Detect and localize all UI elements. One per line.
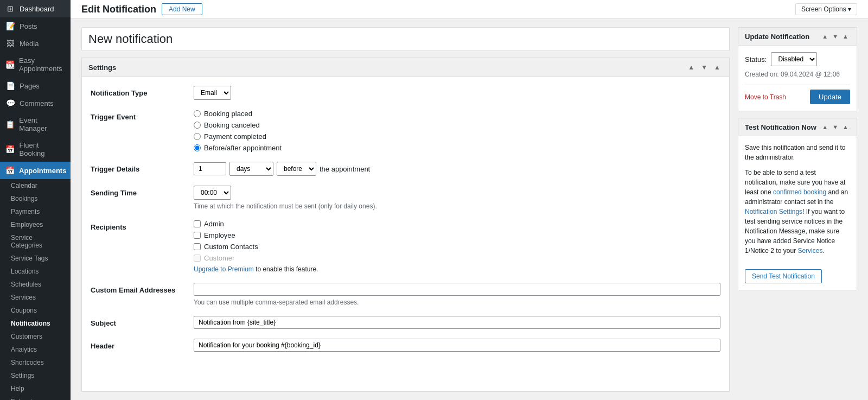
notification-type-select[interactable]: Email SMS xyxy=(194,86,231,100)
panel-collapse-down-btn[interactable]: ▼ xyxy=(699,62,710,72)
appointments-icon: 📅 xyxy=(5,166,15,175)
main-content: Edit Notification Add New Screen Options… xyxy=(71,0,868,400)
services-link[interactable]: Services xyxy=(797,247,822,255)
status-select[interactable]: Enabled Disabled xyxy=(771,52,817,66)
sidebar-item-service-tags[interactable]: Service Tags xyxy=(0,252,71,265)
notification-type-control: Email SMS xyxy=(194,86,720,100)
sidebar-item-employees[interactable]: Employees xyxy=(0,218,71,231)
payment-completed-radio[interactable] xyxy=(194,133,201,140)
sidebar-item-analytics[interactable]: Analytics xyxy=(0,343,71,356)
sending-time-control: 00:00 01:00 02:00 06:00 08:00 12:00 Time… xyxy=(194,186,720,210)
test-collapse-down-btn[interactable]: ▼ xyxy=(831,123,840,131)
test-description-2: To be able to send a test notification, … xyxy=(745,168,850,256)
update-toggle-btn[interactable]: ▲ xyxy=(841,32,850,41)
trigger-unit-select[interactable]: minutes hours days weeks xyxy=(229,162,273,176)
trigger-event-label: Trigger Event xyxy=(91,110,194,121)
right-sidebar: Update Notification ▲ ▼ ▲ Status: Enable… xyxy=(738,27,857,392)
sidebar: ⊞ Dashboard 📝 Posts 🖼 Media 📆 Easy Appoi… xyxy=(0,0,71,400)
sidebar-item-fluent-booking[interactable]: 📅 Fluent Booking xyxy=(0,137,71,162)
recipients-label: Recipients xyxy=(91,220,194,231)
recipient-custom-contacts[interactable]: Custom Contacts xyxy=(194,243,720,251)
update-notification-controls: ▲ ▼ ▲ xyxy=(820,32,850,41)
sidebar-item-easy-appointments[interactable]: 📆 Easy Appointments xyxy=(0,52,71,77)
booking-canceled-radio[interactable] xyxy=(194,122,201,129)
sidebar-item-posts[interactable]: 📝 Posts xyxy=(0,17,71,35)
sidebar-item-services[interactable]: Services xyxy=(0,291,71,304)
recipients-checkbox-group: Admin Employee Custom Contacts xyxy=(194,220,720,273)
sending-time-select[interactable]: 00:00 01:00 02:00 06:00 08:00 12:00 xyxy=(194,186,231,200)
subject-control xyxy=(194,316,720,329)
sidebar-item-payments[interactable]: Payments xyxy=(0,205,71,218)
test-notification-controls: ▲ ▼ ▲ xyxy=(820,123,850,131)
notification-title-input[interactable] xyxy=(81,27,730,51)
confirmed-booking-link[interactable]: confirmed booking xyxy=(773,188,826,196)
test-notification-body: Save this notification and send it to th… xyxy=(738,136,857,290)
upgrade-premium-text: Upgrade to Premium to enable this featur… xyxy=(194,265,720,273)
sidebar-item-calendar[interactable]: Calendar xyxy=(0,179,71,192)
trigger-timing-select[interactable]: before after xyxy=(277,162,316,176)
trigger-booking-canceled[interactable]: Booking canceled xyxy=(194,121,720,129)
custom-email-input[interactable] xyxy=(194,283,720,296)
sidebar-item-comments[interactable]: 💬 Comments xyxy=(0,94,71,112)
panel-toggle-btn[interactable]: ▲ xyxy=(712,62,723,72)
trigger-details-inputs: minutes hours days weeks before after th… xyxy=(194,162,720,176)
custom-contacts-checkbox[interactable] xyxy=(194,243,201,250)
sidebar-item-customers[interactable]: Customers xyxy=(0,330,71,343)
trigger-num-input[interactable] xyxy=(194,162,226,175)
before-after-radio[interactable] xyxy=(194,144,201,151)
update-button[interactable]: Update xyxy=(810,90,850,104)
header-input[interactable] xyxy=(194,339,720,352)
employee-checkbox[interactable] xyxy=(194,232,201,239)
update-collapse-down-btn[interactable]: ▼ xyxy=(831,32,840,41)
status-row: Status: Enabled Disabled xyxy=(745,52,850,66)
posts-icon: 📝 xyxy=(5,22,15,30)
recipient-admin[interactable]: Admin xyxy=(194,220,720,228)
trigger-details-label: Trigger Details xyxy=(91,162,194,173)
sidebar-item-extensions[interactable]: Extensions xyxy=(0,395,71,400)
sidebar-item-notifications[interactable]: Notifications xyxy=(0,317,71,330)
sidebar-item-media[interactable]: 🖼 Media xyxy=(0,35,71,52)
send-test-notification-button[interactable]: Send Test Notification xyxy=(745,269,822,283)
booking-placed-radio[interactable] xyxy=(194,110,201,117)
trigger-before-after[interactable]: Before/after appointment xyxy=(194,144,720,152)
sidebar-item-shortcodes[interactable]: Shortcodes xyxy=(0,356,71,369)
custom-email-control: You can use multiple comma-separated ema… xyxy=(194,283,720,306)
comments-icon: 💬 xyxy=(5,99,15,107)
trigger-event-row: Trigger Event Booking placed Booking can… xyxy=(91,110,720,152)
sidebar-item-pages[interactable]: 📄 Pages xyxy=(0,77,71,94)
sidebar-item-schedules[interactable]: Schedules xyxy=(0,278,71,291)
sidebar-item-event-manager[interactable]: 📋 Event Manager xyxy=(0,112,71,137)
admin-checkbox[interactable] xyxy=(194,220,201,227)
trash-link[interactable]: Move to Trash xyxy=(745,93,786,101)
notification-settings-link[interactable]: Notification Settings xyxy=(745,208,802,215)
sidebar-item-locations[interactable]: Locations xyxy=(0,265,71,278)
sidebar-item-settings[interactable]: Settings xyxy=(0,369,71,382)
sidebar-item-bookings[interactable]: Bookings xyxy=(0,192,71,205)
trigger-booking-placed[interactable]: Booking placed xyxy=(194,110,720,118)
sidebar-item-help[interactable]: Help xyxy=(0,382,71,395)
update-collapse-up-btn[interactable]: ▲ xyxy=(820,32,829,41)
recipient-customer: Customer xyxy=(194,254,720,262)
panel-collapse-up-btn[interactable]: ▲ xyxy=(686,62,697,72)
add-new-button[interactable]: Add New xyxy=(162,3,202,15)
test-toggle-btn[interactable]: ▲ xyxy=(841,123,850,131)
trigger-details-control: minutes hours days weeks before after th… xyxy=(194,162,720,176)
sidebar-item-coupons[interactable]: Coupons xyxy=(0,304,71,317)
sending-time-row: Sending Time 00:00 01:00 02:00 06:00 08:… xyxy=(91,186,720,210)
sidebar-item-service-categories[interactable]: Service Categories xyxy=(0,231,71,252)
subject-input[interactable] xyxy=(194,316,720,329)
screen-options-button[interactable]: Screen Options ▾ xyxy=(795,3,857,15)
recipient-employee[interactable]: Employee xyxy=(194,231,720,239)
settings-panel-body: Notification Type Email SMS Trigger Even… xyxy=(82,77,729,370)
sidebar-item-appointments[interactable]: 📅 Appointments xyxy=(0,162,71,179)
event-manager-icon: 📋 xyxy=(5,120,15,129)
sidebar-item-dashboard[interactable]: ⊞ Dashboard xyxy=(0,0,71,17)
test-collapse-up-btn[interactable]: ▲ xyxy=(820,123,829,131)
settings-panel: Settings ▲ ▼ ▲ Notification Type Email xyxy=(81,58,730,392)
trigger-event-radio-group: Booking placed Booking canceled Payment … xyxy=(194,110,720,152)
trigger-payment-completed[interactable]: Payment completed xyxy=(194,132,720,141)
topbar: Edit Notification Add New Screen Options… xyxy=(71,0,868,19)
upgrade-link[interactable]: Upgrade to Premium xyxy=(194,265,254,273)
dashboard-icon: ⊞ xyxy=(5,4,15,13)
subject-row: Subject xyxy=(91,316,720,329)
